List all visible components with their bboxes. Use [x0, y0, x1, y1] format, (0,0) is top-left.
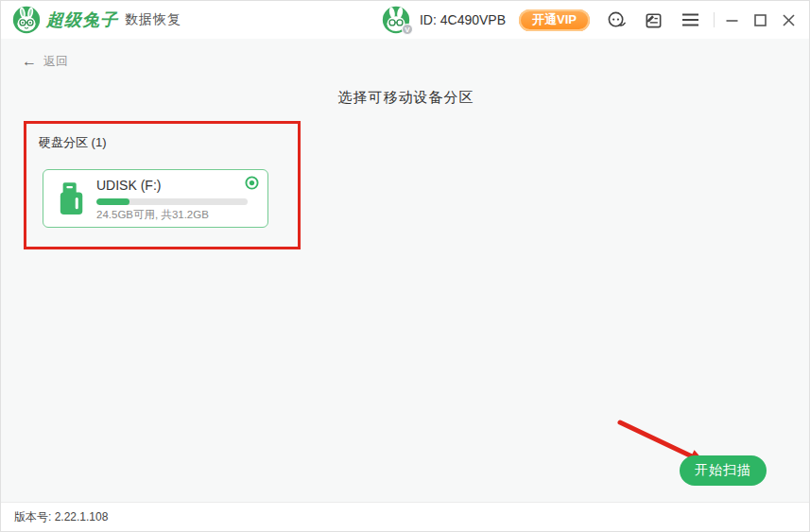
device-partition-card[interactable]: UDISK (F:) 24.5GB可用, 共31.2GB	[43, 169, 268, 228]
device-usage-text: 24.5GB可用, 共31.2GB	[96, 208, 209, 222]
page-title: 选择可移动设备分区	[1, 89, 810, 107]
title-bar-right: V ID: 4C490VPB 开通VIP	[382, 6, 800, 34]
minimize-button[interactable]	[720, 9, 743, 31]
feedback-message-icon[interactable]	[643, 9, 664, 30]
app-window: 超级兔子 数据恢复 V ID: 4C490VPB 开通VIP	[0, 0, 810, 532]
close-button[interactable]	[777, 9, 800, 31]
back-label: 返回	[43, 53, 68, 70]
rabbit-logo-icon	[12, 6, 41, 34]
version-text: 版本号: 2.22.1.108	[14, 509, 108, 525]
start-scan-button[interactable]: 开始扫描	[680, 455, 767, 486]
usb-drive-icon	[58, 180, 86, 216]
device-name: UDISK (F:)	[96, 178, 161, 193]
footer-bar: 版本号: 2.22.1.108	[1, 502, 809, 531]
back-button[interactable]: ← 返回	[22, 53, 68, 70]
capacity-progress-bar	[96, 198, 248, 205]
back-arrow-icon: ←	[22, 54, 37, 69]
user-avatar[interactable]: V	[382, 6, 410, 34]
title-bar: 超级兔子 数据恢复 V ID: 4C490VPB 开通VIP	[1, 1, 809, 39]
brand-name: 超级兔子	[46, 9, 118, 31]
user-id: ID: 4C490VPB	[420, 12, 506, 27]
vip-level-badge: V	[402, 24, 413, 35]
main-content: ← 返回 选择可移动设备分区 硬盘分区 (1) UDISK (F:) 24.5G…	[1, 39, 810, 504]
hamburger-menu-icon[interactable]	[680, 9, 700, 30]
partition-section-label: 硬盘分区 (1)	[39, 134, 107, 151]
brand: 超级兔子 数据恢复	[12, 6, 181, 34]
open-vip-button[interactable]: 开通VIP	[519, 9, 590, 31]
radio-selected-icon[interactable]	[245, 176, 259, 190]
capacity-progress-fill	[96, 198, 129, 205]
customer-service-icon[interactable]	[606, 9, 627, 30]
divider	[714, 12, 715, 27]
maximize-button[interactable]	[749, 9, 771, 31]
product-name: 数据恢复	[125, 11, 181, 28]
